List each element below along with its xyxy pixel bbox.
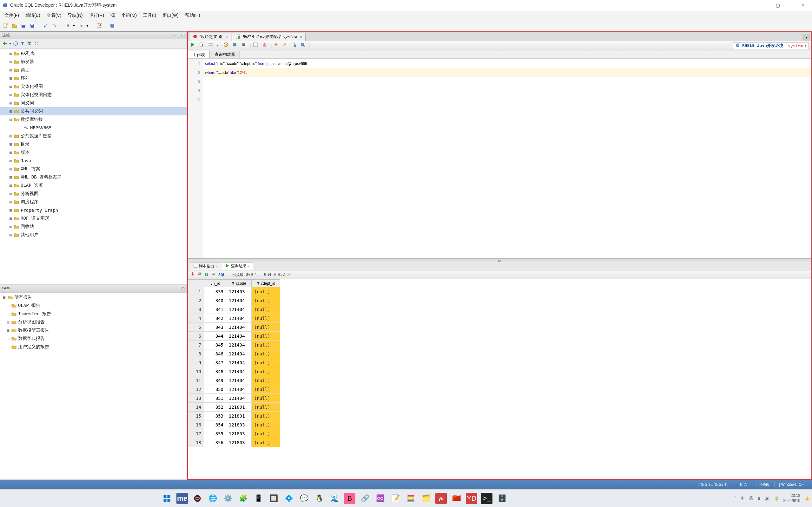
menu-item[interactable]: 导航(N): [64, 13, 86, 18]
expand-icon[interactable]: ⊞: [6, 320, 10, 324]
cell-iid[interactable]: 849: [204, 376, 226, 385]
expand-icon[interactable]: ⊞: [6, 345, 10, 349]
cell-cdept[interactable]: (null): [252, 429, 280, 438]
table-row[interactable]: 17855121803(null): [188, 429, 280, 438]
table-row[interactable]: 4842121404(null): [188, 314, 280, 323]
cell-iid[interactable]: 843: [204, 323, 226, 332]
expand-icon[interactable]: ⊞: [2, 295, 6, 300]
taskbar-app-5[interactable]: 🔲: [268, 493, 279, 504]
tree-node[interactable]: ⊞目录: [0, 140, 187, 149]
sql-history-button[interactable]: [273, 42, 281, 49]
cell-cdept[interactable]: (null): [252, 296, 280, 305]
tree-node[interactable]: ⊞分析视图报告: [0, 318, 187, 326]
taskbar-app-13[interactable]: 🇨🇳: [451, 493, 462, 504]
result-grid[interactable]: ⇕ i_id ⇕ ccode ⇕ cdept_id 1839121403(nul…: [188, 279, 811, 479]
table-row[interactable]: 16854121803(null): [188, 420, 280, 429]
cell-iid[interactable]: 846: [204, 349, 226, 358]
tree-node[interactable]: ⊞Java: [0, 157, 187, 165]
expand-icon[interactable]: ⊞: [6, 337, 10, 341]
expand-icon[interactable]: ⊞: [9, 68, 12, 72]
cell-ccode[interactable]: 121404: [226, 296, 252, 305]
expand-icon[interactable]: ⊞: [9, 60, 12, 64]
code-text-area[interactable]: select "i_id","ccode","cdept_id" from gl…: [203, 59, 811, 259]
cell-iid[interactable]: 850: [204, 385, 226, 394]
cell-iid[interactable]: 854: [204, 420, 226, 429]
table-row[interactable]: 2840121404(null): [188, 296, 280, 305]
menu-item[interactable]: 窗口(W): [159, 13, 182, 18]
new-connection-button[interactable]: [2, 41, 7, 47]
tab-query-result[interactable]: 查询结果 ×: [222, 263, 253, 270]
tab-welcome[interactable]: "欢迎使用" 页 ×: [189, 33, 231, 41]
column-header-iid[interactable]: ⇕ i_id: [204, 280, 226, 287]
cell-cdept[interactable]: (null): [252, 332, 280, 341]
close-tab-icon[interactable]: ×: [248, 264, 250, 269]
format-button[interactable]: [300, 42, 307, 49]
tree-node[interactable]: ⊞分析视图: [0, 189, 187, 198]
reports-tree[interactable]: ⊞所有报告⊞OLAP 报告⊞TimesTen 报告⊞分析视图报告⊞数据模型器报告…: [0, 292, 187, 480]
menu-item[interactable]: 运行(R): [86, 13, 107, 18]
refresh-result-button[interactable]: [204, 272, 209, 277]
cell-iid[interactable]: 840: [204, 296, 226, 305]
tree-node[interactable]: ⊞序列: [0, 74, 187, 82]
panel-restore-icon[interactable]: ▢: [181, 33, 185, 38]
expand-icon[interactable]: ⊞: [9, 93, 12, 97]
filter-button[interactable]: [20, 41, 25, 47]
cell-ccode[interactable]: 121404: [226, 323, 252, 332]
expand-icon[interactable]: ⊞: [9, 101, 12, 105]
cell-ccode[interactable]: 121404: [226, 367, 252, 376]
cell-cdept[interactable]: (null): [252, 411, 280, 420]
tree-node[interactable]: ⊞PX列表: [0, 50, 187, 58]
menu-item[interactable]: 工具(I): [140, 13, 159, 18]
cell-ccode[interactable]: 121803: [226, 420, 252, 429]
tree-node[interactable]: ⊞Property Graph: [0, 206, 187, 214]
expand-icon[interactable]: ⊞: [9, 167, 12, 171]
menu-item[interactable]: 小组(M): [118, 13, 140, 18]
clear-button[interactable]: [262, 42, 269, 49]
cell-ccode[interactable]: 121404: [226, 332, 252, 341]
expand-icon[interactable]: ⊞: [9, 192, 12, 196]
expand-icon[interactable]: ⊞: [9, 76, 12, 80]
autotrace-button[interactable]: [223, 42, 231, 49]
tree-node[interactable]: ⊞OLAP 选项: [0, 181, 187, 189]
sql-worksheet-button[interactable]: SQL: [95, 22, 103, 30]
tray-ime-en[interactable]: 英: [749, 496, 753, 501]
close-tab-icon[interactable]: ×: [225, 35, 228, 39]
connection-selector[interactable]: RHEL9 Java开发环境-system ▾: [733, 42, 809, 49]
tab-script-output[interactable]: 脚本输出 ×: [190, 263, 221, 270]
cell-cdept[interactable]: (null): [252, 314, 280, 323]
maximize-editor-button[interactable]: ▾: [803, 34, 810, 41]
tree-node[interactable]: ⊞调度程序: [0, 198, 187, 206]
panel-dropdown-icon[interactable]: ⋯: [172, 33, 176, 38]
save-button[interactable]: [20, 22, 27, 30]
connections-tree[interactable]: ⊞PX列表⊞触发器⊞类型⊞序列⊞实体化视图⊞实体化视图日志⊞同义词⊞公共同义词⊟…: [0, 49, 187, 285]
tray-clock[interactable]: 20:13 2024/6/10: [783, 493, 800, 503]
expand-icon[interactable]: ⊞: [9, 52, 12, 56]
tree-node[interactable]: ⊞类型: [0, 66, 187, 74]
cell-iid[interactable]: 844: [204, 332, 226, 341]
forward-dropdown[interactable]: ▾: [86, 22, 90, 30]
menu-item[interactable]: 帮助(H): [182, 13, 203, 18]
tab-query-builder[interactable]: 查询构建器: [210, 51, 240, 58]
connections-panel-header[interactable]: 连接 ⋯ _ ▢: [0, 32, 187, 39]
cell-ccode[interactable]: 121803: [226, 429, 252, 438]
taskbar-app-2[interactable]: ⚙️: [222, 493, 234, 504]
cell-iid[interactable]: 845: [204, 341, 226, 349]
cell-ccode[interactable]: 121404: [226, 314, 252, 323]
tray-wifi-icon[interactable]: ⊚: [757, 496, 761, 501]
expand-icon[interactable]: ⊞: [9, 225, 12, 229]
run-script-button[interactable]: [199, 42, 206, 49]
menu-item[interactable]: 文件(F): [1, 13, 22, 18]
column-header-ccode[interactable]: ⇕ ccode: [226, 280, 252, 287]
taskbar-app-8[interactable]: 🔗: [359, 493, 371, 504]
cell-iid[interactable]: 852: [204, 403, 226, 411]
to-uppercase-button[interactable]: [283, 42, 289, 49]
taskbar-app-7[interactable]: B: [344, 493, 355, 504]
cell-iid[interactable]: 847: [204, 358, 226, 367]
explain-plan-button[interactable]: [208, 42, 215, 49]
rollback-button[interactable]: [241, 42, 248, 49]
tree-node[interactable]: ⊞OLAP 报告: [0, 301, 187, 310]
table-row[interactable]: 8846121404(null): [188, 349, 280, 358]
save-all-button[interactable]: [29, 22, 36, 30]
panel-restore-icon[interactable]: ▢: [181, 286, 185, 291]
taskbar-app-11[interactable]: 🧮: [405, 493, 416, 504]
